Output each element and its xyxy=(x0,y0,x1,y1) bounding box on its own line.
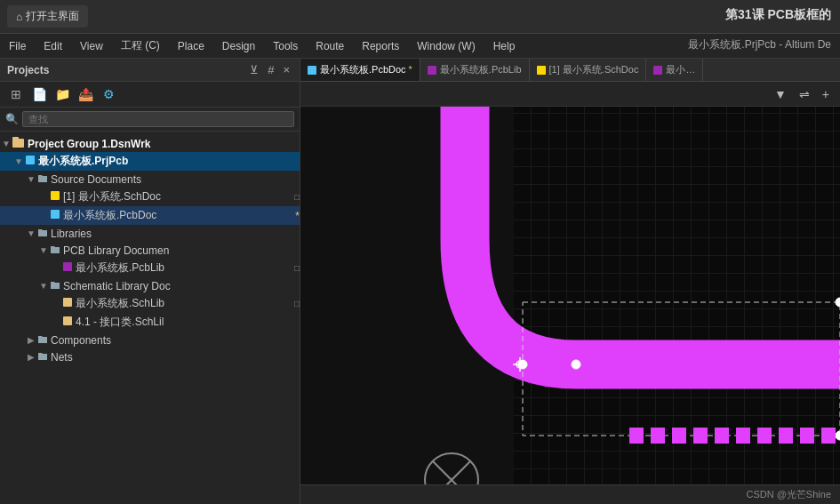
tree-item-icon xyxy=(37,333,48,347)
filter-button[interactable]: ▼ xyxy=(771,85,790,103)
menu-item-design[interactable]: Design xyxy=(213,34,264,58)
tree-arrow: ▶ xyxy=(25,352,37,362)
tree-item-label: Libraries xyxy=(51,228,300,240)
sidebar-controls: ⊻ # × xyxy=(247,63,292,76)
tab-label-3: 最小… xyxy=(666,63,695,76)
tree-arrow: ▼ xyxy=(12,156,25,166)
project-tree: ▼Project Group 1.DsnWrk▼最小系统板.PrjPcb▼Sou… xyxy=(0,132,300,504)
svg-rect-5 xyxy=(63,262,72,271)
tree-arrow: ▼ xyxy=(25,174,37,184)
tree-item-pcblib[interactable]: 最小系统板.PcbLib□ xyxy=(0,259,300,277)
tab-0[interactable]: 最小系统板.PcbDoc* xyxy=(300,59,420,81)
tab-modified-0: * xyxy=(409,64,412,75)
tree-item-icon xyxy=(12,137,25,150)
tree-item-label: 最小系统板.SchLib xyxy=(76,296,291,311)
tab-icon-3 xyxy=(653,66,662,75)
tree-arrow: ▶ xyxy=(25,335,37,345)
tree-item-pcbdoc[interactable]: 最小系统板.PcbDoc* xyxy=(0,206,300,225)
menu-bar-title: 最小系统板.PrjPcb - Altium De xyxy=(688,37,831,52)
tree-item-sch-lib-folder[interactable]: ▼Schematic Library Doc xyxy=(0,277,300,294)
menu-items: FileEditView工程 (C)PlaceDesignToolsRouteR… xyxy=(0,34,524,58)
home-icon: ⌂ xyxy=(16,11,22,23)
menu-item-help[interactable]: Help xyxy=(484,34,524,58)
tree-item-modified: * xyxy=(295,210,300,222)
svg-rect-1 xyxy=(12,137,19,140)
menu-item-edit[interactable]: Edit xyxy=(35,34,71,58)
tree-item-label: Schematic Library Doc xyxy=(63,280,300,292)
tab-2[interactable]: [1] 最小系统.SchDoc xyxy=(530,59,647,81)
tab-3[interactable]: 最小… xyxy=(646,59,703,81)
search-bar: 🔍 xyxy=(0,108,300,132)
menu-item-view[interactable]: View xyxy=(71,34,112,58)
menu-bar: FileEditView工程 (C)PlaceDesignToolsRouteR… xyxy=(0,34,840,59)
tree-item-project-group[interactable]: ▼Project Group 1.DsnWrk xyxy=(0,135,300,152)
menu-item-project[interactable]: 工程 (C) xyxy=(112,34,169,58)
svg-rect-3 xyxy=(51,191,60,200)
tree-item-badge: □ xyxy=(294,299,300,308)
tab-label-0: 最小系统板.PcbDoc* xyxy=(320,63,412,76)
toolbar-upload-icon[interactable]: 📤 xyxy=(76,85,94,103)
tree-item-schlil[interactable]: 4.1 - 接口类.SchLil xyxy=(0,313,300,332)
sidebar-header: Projects ⊻ # × xyxy=(0,59,300,82)
tree-item-label: Project Group 1.DsnWrk xyxy=(28,138,300,150)
svg-rect-4 xyxy=(51,210,60,219)
tab-bar: 最小系统板.PcbDoc*最小系统板.PcbLib[1] 最小系统.SchDoc… xyxy=(300,59,840,82)
tree-item-label: PCB Library Documen xyxy=(63,244,300,257)
view-mode-button[interactable]: ⇌ xyxy=(796,85,813,103)
tree-item-source-docs[interactable]: ▼Source Documents xyxy=(0,171,300,188)
menu-item-file[interactable]: File xyxy=(0,34,35,58)
tree-item-icon xyxy=(37,227,48,240)
menu-item-window[interactable]: Window (W) xyxy=(408,34,484,58)
tree-item-nets[interactable]: ▶Nets xyxy=(0,348,300,365)
tree-item-label: 最小系统板.PcbDoc xyxy=(63,208,295,223)
sidebar-toolbar: ⊞ 📄 📁 📤 ⚙ xyxy=(0,82,300,108)
tree-item-icon xyxy=(62,316,73,329)
toolbar-settings-icon[interactable]: ⚙ xyxy=(100,85,117,103)
svg-rect-7 xyxy=(63,316,72,325)
tree-item-icon xyxy=(62,261,73,275)
svg-rect-2 xyxy=(26,156,35,164)
menu-item-route[interactable]: Route xyxy=(307,34,353,58)
tree-item-prjpcb[interactable]: ▼最小系统板.PrjPcb xyxy=(0,152,300,171)
menu-item-tools[interactable]: Tools xyxy=(264,34,307,58)
tree-item-pcb-lib-folder[interactable]: ▼PCB Library Documen xyxy=(0,242,300,259)
toolbar-new-icon[interactable]: ⊞ xyxy=(7,85,25,103)
menu-item-place[interactable]: Place xyxy=(169,34,213,58)
search-icon: 🔍 xyxy=(5,113,19,125)
toolbar-folder-icon[interactable]: 📁 xyxy=(53,85,71,103)
tree-item-icon xyxy=(50,244,60,257)
menu-item-reports[interactable]: Reports xyxy=(353,34,408,58)
home-button[interactable]: ⌂ 打开主界面 xyxy=(7,5,88,28)
tree-item-badge: □ xyxy=(294,263,300,273)
tab-icon-1 xyxy=(428,66,436,75)
tree-item-icon xyxy=(37,350,48,364)
sidebar-close-button[interactable]: × xyxy=(280,63,292,76)
sidebar-pin-button[interactable]: ⊻ xyxy=(247,63,261,76)
tree-item-label: 最小系统板.PcbLib xyxy=(76,260,291,276)
tree-item-schlib[interactable]: 最小系统板.SchLib□ xyxy=(0,294,300,313)
tree-item-icon xyxy=(50,209,60,222)
sidebar-float-button[interactable]: # xyxy=(265,63,276,76)
tree-item-schdoc[interactable]: [1] 最小系统.SchDoc□ xyxy=(0,188,300,206)
sidebar-title: Projects xyxy=(7,64,49,76)
tab-1[interactable]: 最小系统板.PcbLib xyxy=(420,59,530,81)
svg-rect-6 xyxy=(63,298,72,307)
tab-icon-2 xyxy=(537,66,546,75)
tree-item-label: 最小系统板.PrjPcb xyxy=(38,154,300,169)
tree-item-icon xyxy=(50,190,60,204)
pcb-canvas xyxy=(300,107,840,504)
add-button[interactable]: + xyxy=(819,85,833,103)
tab-label-1: 最小系统板.PcbLib xyxy=(440,63,522,76)
search-input[interactable] xyxy=(22,111,294,127)
canvas-toolbar: ▼ ⇌ + xyxy=(300,82,840,107)
canvas-area[interactable] xyxy=(300,107,840,504)
tree-item-libraries[interactable]: ▼Libraries xyxy=(0,225,300,242)
tree-item-icon xyxy=(37,172,48,186)
tree-item-components[interactable]: ▶Components xyxy=(0,332,300,348)
svg-point-12 xyxy=(836,431,840,440)
toolbar-file-icon[interactable]: 📄 xyxy=(30,85,48,103)
svg-point-11 xyxy=(836,298,840,307)
app-title: 第31课 PCB板框的 xyxy=(725,7,831,23)
tree-item-label: 4.1 - 接口类.SchLil xyxy=(76,315,300,330)
credit-text: CSDN @光芒Shine xyxy=(746,488,831,501)
